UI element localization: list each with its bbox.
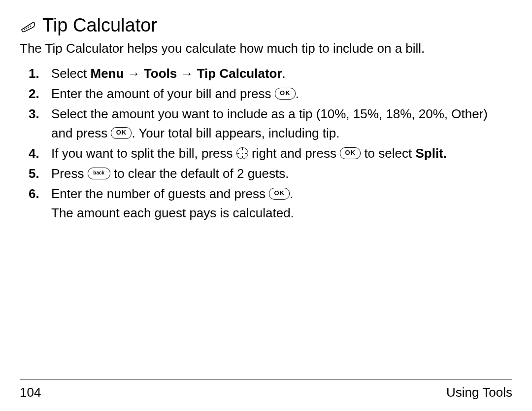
step-text: right and press: [248, 146, 340, 161]
step-text: to select: [361, 146, 415, 161]
step-3: Select the amount you want to include as…: [29, 104, 512, 143]
step-text: Enter the number of guests and press: [51, 186, 269, 201]
step-text: to clear the default of 2 guests.: [110, 166, 289, 181]
section-heading: Tip Calculator: [20, 15, 512, 36]
menu-path-tipcalc: Tip Calculator: [197, 66, 282, 81]
step-text: If you want to split the bill, press: [51, 146, 236, 161]
ok-button-icon: OK: [111, 127, 132, 139]
step-text: .: [296, 86, 299, 101]
step-subtext: The amount each guest pays is calculated…: [51, 204, 512, 223]
step-text: . Your total bill appears, including tip…: [132, 126, 339, 140]
svg-line-3: [30, 26, 31, 27]
svg-line-1: [26, 28, 27, 29]
back-button-icon: back: [88, 168, 110, 179]
step-text: Press: [51, 166, 88, 181]
section-label: Using Tools: [446, 385, 512, 400]
intro-paragraph: The Tip Calculator helps you calculate h…: [20, 40, 512, 57]
step-suffix: .: [282, 66, 286, 81]
step-text: Select: [51, 66, 91, 81]
instruction-list: Select Menu → Tools → Tip Calculator. En…: [29, 64, 512, 223]
manual-page: Tip Calculator The Tip Calculator helps …: [0, 0, 532, 411]
ok-button-icon: OK: [275, 88, 296, 100]
ok-button-icon: OK: [269, 188, 290, 200]
step-6: Enter the number of guests and press OK.…: [29, 184, 512, 223]
step-1: Select Menu → Tools → Tip Calculator.: [29, 64, 512, 83]
menu-path-menu: Menu: [91, 66, 124, 81]
ok-button-icon: OK: [340, 147, 361, 159]
svg-line-2: [28, 27, 29, 28]
footer-divider: [20, 379, 512, 379]
step-text: Enter the amount of your bill and press: [51, 86, 275, 101]
split-label: Split.: [415, 146, 447, 161]
heading-text: Tip Calculator: [42, 15, 157, 36]
arrow-icon: →: [177, 66, 197, 81]
page-number: 104: [20, 385, 41, 400]
tip-calculator-icon: [20, 19, 36, 33]
step-text: .: [290, 186, 293, 201]
step-5: Press back to clear the default of 2 gue…: [29, 164, 512, 183]
page-footer: 104 Using Tools: [20, 385, 512, 400]
svg-line-0: [24, 29, 25, 30]
arrow-icon: →: [124, 66, 143, 81]
menu-path-tools: Tools: [144, 66, 177, 81]
step-2: Enter the amount of your bill and press …: [29, 84, 512, 103]
nav-button-icon: [236, 147, 248, 159]
step-4: If you want to split the bill, press rig…: [29, 144, 512, 163]
